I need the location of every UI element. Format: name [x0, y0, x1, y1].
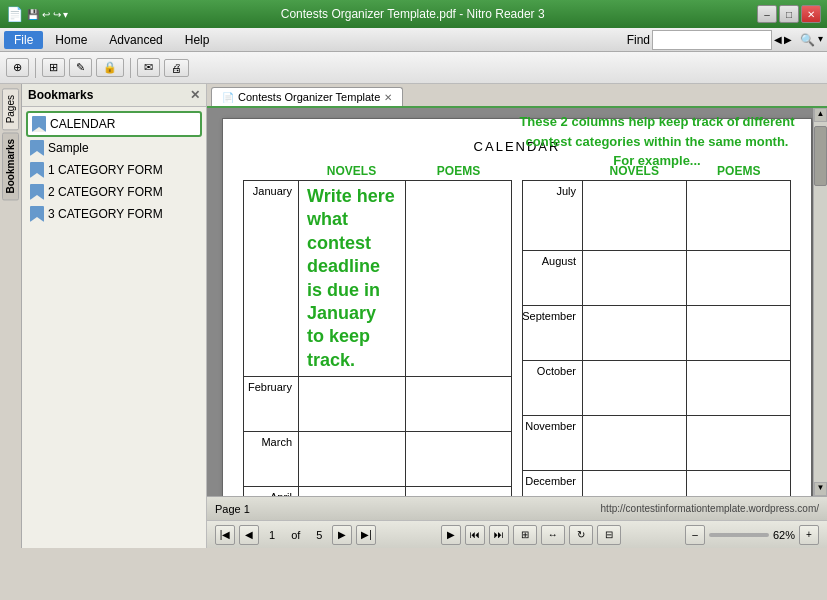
menu-file[interactable]: File — [4, 31, 43, 49]
cal-cell-oct-poems — [687, 361, 790, 415]
cal-month-dec: December — [523, 471, 583, 496]
rotate-button[interactable]: ↻ — [569, 525, 593, 545]
toolbar-btn-2[interactable]: ⊞ — [42, 58, 65, 77]
vtab-pages[interactable]: Pages — [2, 88, 19, 130]
sidebar-item-category3[interactable]: 3 CATEGORY FORM — [26, 203, 202, 225]
nav-bar: |◀ ◀ 1 of 5 ▶ ▶| ▶ ⏮ ⏭ ⊞ ↔ ↻ ⊟ – 62% + — [207, 520, 827, 548]
bookmark-icon-2 — [30, 140, 44, 156]
vertical-tabs: Pages Bookmarks — [0, 84, 22, 548]
title-bar-buttons: – □ ✕ — [757, 5, 821, 23]
cal-right-rows: July August — [522, 180, 791, 496]
annotation-line2: contest categories within the same month… — [526, 134, 789, 149]
toolbar-btn-1[interactable]: ⊕ — [6, 58, 29, 77]
nav-first-button[interactable]: |◀ — [215, 525, 235, 545]
status-url: http://contestinformationtemplate.wordpr… — [601, 503, 819, 514]
cal-left-header-novels: NOVELS — [298, 162, 405, 180]
cal-cell-oct-novels — [583, 361, 687, 415]
sidebar-item-category1[interactable]: 1 CATEGORY FORM — [26, 159, 202, 181]
menu-advanced[interactable]: Advanced — [99, 31, 172, 49]
nav-prev-button[interactable]: ◀ — [239, 525, 259, 545]
scroll-thumb[interactable] — [814, 126, 827, 186]
fit-width-button[interactable]: ↔ — [541, 525, 565, 545]
play-end-button[interactable]: ⏭ — [489, 525, 509, 545]
cal-row-feb: February — [244, 377, 511, 432]
menu-bar: File Home Advanced Help Find ◀ ▶ 🔍 ▾ — [0, 28, 827, 52]
doc-tab-label: Contests Organizer Template — [238, 91, 380, 103]
sidebar-item-category2[interactable]: 2 CATEGORY FORM — [26, 181, 202, 203]
cal-cell-mar-poems — [406, 432, 512, 486]
play-button[interactable]: ▶ — [441, 525, 461, 545]
cal-month-spacer — [243, 162, 298, 180]
toolbar-sep-1 — [35, 58, 36, 78]
play-begin-button[interactable]: ⏮ — [465, 525, 485, 545]
scrollbar-right[interactable]: ▲ ▼ — [813, 108, 827, 496]
zoom-out-button[interactable]: – — [685, 525, 705, 545]
cal-left-rows: January Write here what contest deadline… — [243, 180, 512, 496]
cal-cell-dec-poems — [687, 471, 790, 496]
sidebar-item-sample[interactable]: Sample — [26, 137, 202, 159]
cal-cell-feb-novels — [299, 377, 406, 431]
doc-page: CALENDAR NOVELS POEMS — [222, 118, 812, 496]
sidebar-close-button[interactable]: ✕ — [190, 88, 200, 102]
toolbar-btn-5[interactable]: ✉ — [137, 58, 160, 77]
cal-month-feb: February — [244, 377, 299, 431]
doc-tab-close[interactable]: ✕ — [384, 92, 392, 103]
cal-cell-jan-novels: Write here what contest deadline is due … — [299, 181, 406, 376]
cal-month-mar: March — [244, 432, 299, 486]
bookmark-icon-4 — [30, 184, 44, 200]
sidebar-item-calendar[interactable]: CALENDAR — [26, 111, 202, 137]
nav-next-button[interactable]: ▶ — [332, 525, 352, 545]
cal-cell-dec-novels — [583, 471, 687, 496]
zoom-in-button[interactable]: + — [799, 525, 819, 545]
maximize-button[interactable]: □ — [779, 5, 799, 23]
grid-button[interactable]: ⊟ — [597, 525, 621, 545]
find-next-icon[interactable]: ▶ — [784, 34, 792, 45]
page-info: Page 1 — [215, 503, 250, 515]
cal-row-mar: March — [244, 432, 511, 487]
bookmark-icon-3 — [30, 162, 44, 178]
calendar-layout: NOVELS POEMS January Write h — [243, 162, 791, 496]
menu-help[interactable]: Help — [175, 31, 220, 49]
menu-home[interactable]: Home — [45, 31, 97, 49]
cal-month-jan: January — [244, 181, 299, 376]
minimize-button[interactable]: – — [757, 5, 777, 23]
find-prev-icon[interactable]: ◀ — [774, 34, 782, 45]
app-icon: 📄 — [6, 6, 23, 22]
doc-area: 📄 Contests Organizer Template ✕ These 2 … — [207, 84, 827, 548]
vtab-bookmarks[interactable]: Bookmarks — [2, 132, 19, 200]
sidebar-item-label-cat1: 1 CATEGORY FORM — [48, 163, 163, 177]
cal-cell-nov-poems — [687, 416, 790, 470]
sidebar-header: Bookmarks ✕ — [22, 84, 206, 107]
cal-row-nov: November — [523, 416, 790, 471]
toolbar-btn-6[interactable]: 🖨 — [164, 59, 189, 77]
write-hint-text: Write here what contest deadline is due … — [299, 181, 405, 376]
cal-row-jul: July — [523, 181, 790, 251]
scroll-down-button[interactable]: ▼ — [814, 482, 827, 496]
nav-last-button[interactable]: ▶| — [356, 525, 376, 545]
sidebar: Bookmarks ✕ CALENDAR Sample 1 CATEGORY F… — [22, 84, 207, 548]
zoom-area: – 62% + — [685, 525, 819, 545]
sidebar-title: Bookmarks — [28, 88, 93, 102]
close-button[interactable]: ✕ — [801, 5, 821, 23]
toolbar-btn-4[interactable]: 🔒 — [96, 58, 124, 77]
doc-tab-main[interactable]: 📄 Contests Organizer Template ✕ — [211, 87, 403, 106]
scroll-up-button[interactable]: ▲ — [814, 108, 827, 122]
annotation-line1: These 2 columns help keep track of diffe… — [519, 114, 794, 129]
status-bar: Page 1 http://contestinformationtemplate… — [207, 496, 827, 520]
sidebar-item-label-cat2: 2 CATEGORY FORM — [48, 185, 163, 199]
cal-cell-apr-poems — [406, 487, 512, 496]
fit-page-button[interactable]: ⊞ — [513, 525, 537, 545]
cal-cell-apr-novels — [299, 487, 406, 496]
bookmark-icon-5 — [30, 206, 44, 222]
cal-month-nov: November — [523, 416, 583, 470]
toolbar-btn-3[interactable]: ✎ — [69, 58, 92, 77]
title-bar-left: 📄 💾 ↩ ↪ ▾ — [6, 6, 68, 22]
zoom-out-icon[interactable]: 🔍 — [800, 33, 815, 47]
scroll-down-icon[interactable]: ▾ — [818, 33, 823, 47]
cal-row-sep: September — [523, 306, 790, 361]
annotation-line3: For example... — [613, 153, 700, 168]
doc-tab-icon: 📄 — [222, 92, 234, 103]
zoom-slider[interactable] — [709, 533, 769, 537]
find-input[interactable] — [652, 30, 772, 50]
doc-tabs: 📄 Contests Organizer Template ✕ — [207, 84, 827, 108]
